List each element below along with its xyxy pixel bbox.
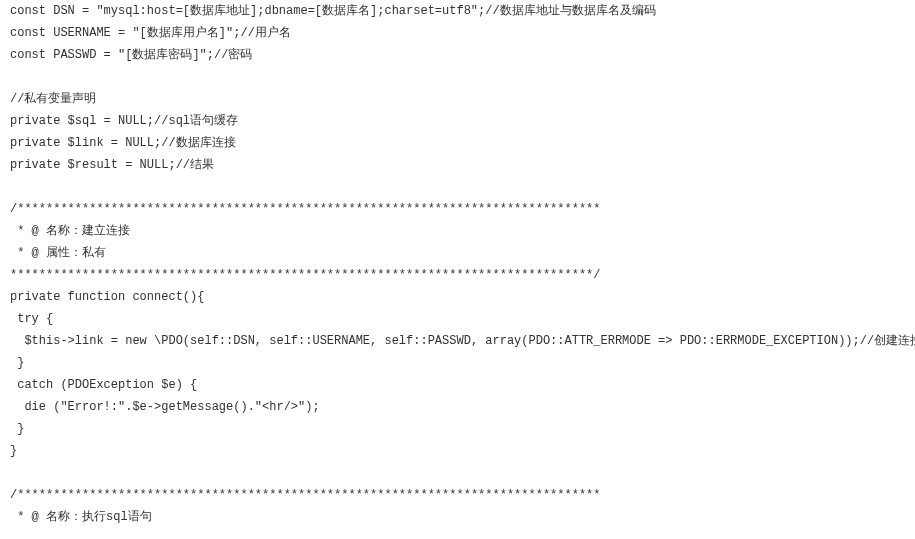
code-block: const DSN = "mysql:host=[数据库地址];dbname=[…: [0, 0, 915, 538]
